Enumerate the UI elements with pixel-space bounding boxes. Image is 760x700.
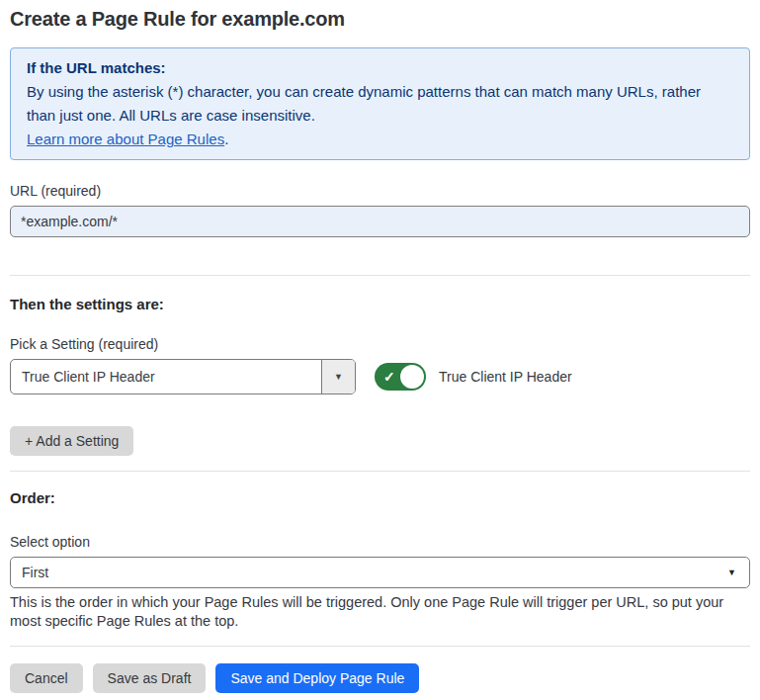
settings-section-heading: Then the settings are: [10, 296, 750, 313]
divider [10, 646, 750, 647]
save-as-draft-button[interactable]: Save as Draft [93, 663, 207, 693]
order-select[interactable]: First ▼ [10, 557, 750, 588]
order-section-heading: Order: [10, 489, 750, 507]
toggle-knob [400, 365, 424, 389]
order-help-text: This is the order in which your Page Rul… [10, 593, 750, 630]
pick-setting-label: Pick a Setting (required) [10, 335, 750, 353]
learn-more-link[interactable]: Learn more about Page Rules [27, 131, 224, 147]
add-setting-button[interactable]: + Add a Setting [10, 426, 133, 456]
order-select-label: Select option [10, 533, 750, 551]
setting-row: True Client IP Header ▼ ✓ True Client IP… [10, 359, 750, 394]
setting-select-arrow[interactable]: ▼ [321, 360, 355, 394]
link-suffix: . [224, 131, 228, 147]
chevron-down-icon: ▼ [334, 372, 343, 382]
divider [10, 275, 750, 276]
setting-select[interactable]: True Client IP Header ▼ [10, 359, 356, 394]
divider [10, 471, 750, 472]
url-match-info-box: If the URL matches: By using the asteris… [10, 47, 750, 160]
page-title: Create a Page Rule for example.com [10, 6, 750, 32]
url-field-label: URL (required) [10, 182, 750, 200]
info-box-link-line: Learn more about Page Rules. [27, 128, 733, 151]
info-box-body: By using the asterisk (*) character, you… [27, 80, 733, 128]
check-icon: ✓ [383, 369, 395, 385]
setting-select-value: True Client IP Header [11, 360, 321, 394]
url-input[interactable] [10, 206, 750, 237]
info-box-heading: If the URL matches: [27, 56, 733, 80]
footer-actions: Cancel Save as Draft Save and Deploy Pag… [10, 663, 750, 693]
save-and-deploy-button[interactable]: Save and Deploy Page Rule [215, 663, 419, 693]
true-client-ip-toggle[interactable]: ✓ [375, 363, 426, 391]
toggle-label: True Client IP Header [439, 369, 572, 385]
cancel-button[interactable]: Cancel [10, 663, 83, 693]
order-select-value: First [22, 565, 727, 580]
chevron-down-icon: ▼ [727, 568, 736, 577]
